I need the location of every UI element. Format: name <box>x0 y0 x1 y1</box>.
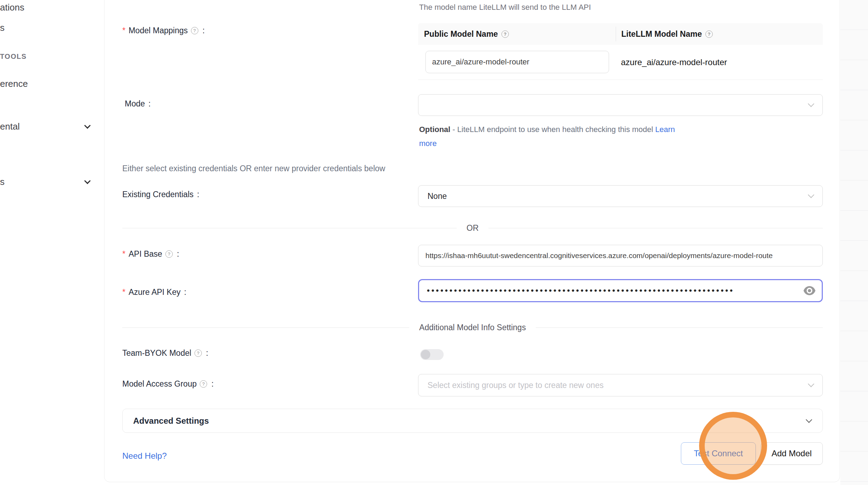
credentials-note: Either select existing credentials OR en… <box>122 164 385 173</box>
existing-credentials-label: Existing Credentials : <box>122 190 199 199</box>
label-colon: : <box>211 379 213 389</box>
api-base-input[interactable]: https://ishaa-mh6uutut-swedencentral.cog… <box>418 245 823 266</box>
api-base-label: * API Base ? : <box>122 249 179 259</box>
required-mark: * <box>122 26 125 35</box>
required-mark: * <box>122 249 125 259</box>
help-icon[interactable]: ? <box>501 30 509 38</box>
sidebar-item-label: s <box>0 22 5 33</box>
divider-text: OR <box>466 223 479 233</box>
column-header-litellm-model-name: LiteLLM Model Name ? <box>616 29 713 39</box>
label-colon: : <box>197 190 199 199</box>
sidebar-item-label: s <box>0 176 5 187</box>
mode-label: Mode : <box>125 99 151 109</box>
label-text: Team-BYOK Model <box>122 348 191 358</box>
sidebar-item-label: erence <box>0 78 28 89</box>
mode-helper-text: Optional - LiteLLM endpoint to use when … <box>419 123 689 151</box>
sidebar-section-label: TOOLS <box>0 53 27 60</box>
model-access-group-label: Model Access Group ? : <box>122 379 214 389</box>
toggle-knob <box>421 350 430 359</box>
chevron-down-icon <box>808 192 814 198</box>
divider-line <box>122 327 409 328</box>
helper-rest: - LiteLLM endpoint to use when health ch… <box>450 125 655 134</box>
label-colon: : <box>184 287 186 297</box>
table-row: azure_ai/azure-model-router azure_ai/azu… <box>418 45 823 80</box>
public-model-name-input[interactable]: azure_ai/azure-model-router <box>425 51 609 73</box>
helper-bold: Optional <box>419 125 450 134</box>
help-icon[interactable]: ? <box>191 27 198 34</box>
advanced-settings-title: Advanced Settings <box>133 416 209 426</box>
label-text: Azure API Key <box>129 287 180 297</box>
column-header-label: LiteLLM Model Name <box>621 29 702 39</box>
sidebar-item-settings[interactable]: s <box>0 176 95 187</box>
chevron-down-icon <box>806 416 812 423</box>
eye-icon[interactable] <box>804 286 815 297</box>
sidebar-item[interactable]: s <box>0 22 5 33</box>
chevron-down-icon <box>84 178 90 184</box>
label-text: Model Mappings <box>129 26 188 35</box>
select-placeholder: Select existing groups or type to create… <box>428 381 603 390</box>
chevron-down-icon <box>808 101 814 107</box>
or-divider: OR <box>122 223 823 233</box>
background-table-strip <box>840 0 868 485</box>
add-model-button[interactable]: Add Model <box>760 442 823 465</box>
azure-api-key-label: * Azure API Key : <box>122 287 186 297</box>
column-header-label: Public Model Name <box>424 29 498 39</box>
label-text: API Base <box>129 249 162 259</box>
sidebar-item-label: ental <box>0 121 20 132</box>
need-help-link[interactable]: Need Help? <box>122 451 167 461</box>
label-text: Existing Credentials <box>122 190 193 199</box>
help-icon[interactable]: ? <box>165 250 173 258</box>
mode-select[interactable] <box>418 94 823 116</box>
azure-api-key-input[interactable]: ••••••••••••••••••••••••••••••••••••••••… <box>418 279 823 302</box>
chevron-down-icon <box>84 122 90 129</box>
model-name-helper-text: The model name LiteLLM will send to the … <box>419 3 591 12</box>
column-header-public-model-name: Public Model Name ? <box>418 29 616 39</box>
divider-line <box>122 228 457 228</box>
required-mark: * <box>122 287 125 297</box>
team-byok-toggle[interactable] <box>420 349 444 360</box>
table-header-row: Public Model Name ? LiteLLM Model Name ? <box>418 23 823 45</box>
help-icon[interactable]: ? <box>200 380 207 388</box>
sidebar-item-experimental[interactable]: ental <box>0 121 95 132</box>
chevron-down-icon <box>808 381 814 387</box>
label-colon: : <box>203 26 205 35</box>
model-mappings-table: Public Model Name ? LiteLLM Model Name ?… <box>418 23 823 80</box>
divider-line <box>488 228 823 228</box>
help-icon[interactable]: ? <box>194 349 202 357</box>
label-text: Model Access Group <box>122 379 197 389</box>
sidebar-item-label: ations <box>0 2 24 13</box>
team-byok-label: Team-BYOK Model ? : <box>122 348 208 358</box>
model-access-group-select[interactable]: Select existing groups or type to create… <box>418 374 823 396</box>
sidebar-item-api-reference[interactable]: erence <box>0 78 28 89</box>
select-value: None <box>428 192 447 201</box>
divider-text: Additional Model Info Settings <box>419 323 526 332</box>
masked-password-value: ••••••••••••••••••••••••••••••••••••••••… <box>427 286 784 296</box>
label-colon: : <box>177 249 179 259</box>
model-mappings-label: * Model Mappings ? : <box>122 26 205 35</box>
litellm-model-name-value: azure_ai/azure-model-router <box>621 45 727 80</box>
advanced-settings-panel[interactable]: Advanced Settings <box>122 409 823 433</box>
existing-credentials-select[interactable]: None <box>418 185 823 207</box>
test-connect-button[interactable]: Test Connect <box>681 442 756 465</box>
additional-info-divider: Additional Model Info Settings <box>122 323 823 332</box>
label-colon: : <box>206 348 208 358</box>
sidebar-section-tools: TOOLS <box>0 53 27 61</box>
divider-line <box>536 327 823 328</box>
sidebar-item-organizations[interactable]: ations <box>0 2 24 13</box>
label-text: Mode <box>125 99 145 109</box>
help-icon[interactable]: ? <box>705 30 713 38</box>
label-colon: : <box>149 99 151 109</box>
